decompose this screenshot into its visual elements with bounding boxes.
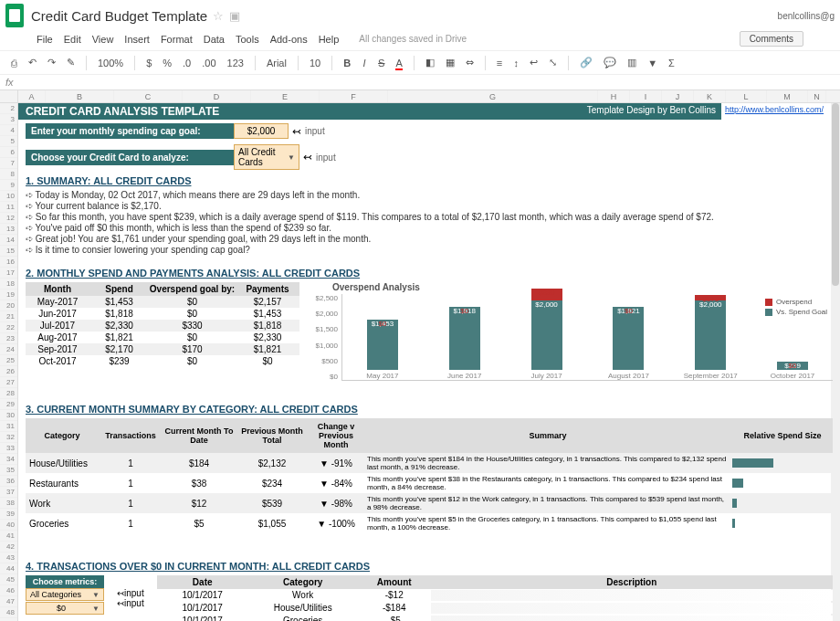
- link-icon[interactable]: 🔗: [576, 55, 596, 70]
- row-header[interactable]: 11: [0, 202, 17, 213]
- menu-tools[interactable]: Tools: [236, 34, 259, 45]
- row-header[interactable]: 6: [0, 147, 17, 158]
- user-email[interactable]: benlcollins@g: [778, 11, 835, 21]
- row-header[interactable]: 43: [0, 553, 17, 563]
- column-header[interactable]: K: [694, 90, 726, 102]
- row-header[interactable]: 5: [0, 136, 17, 147]
- rotate-icon[interactable]: ⤡: [545, 55, 561, 70]
- halign-icon[interactable]: ≡: [493, 56, 506, 70]
- undo-icon[interactable]: ↶: [25, 55, 40, 70]
- row-header[interactable]: 36: [0, 476, 17, 487]
- column-header[interactable]: B: [46, 90, 114, 102]
- row-header[interactable]: 24: [0, 344, 17, 355]
- menu-addons[interactable]: Add-ons: [270, 34, 308, 45]
- percent-button[interactable]: %: [159, 56, 175, 70]
- column-header[interactable]: F: [320, 90, 388, 102]
- print-icon[interactable]: ⎙: [7, 56, 21, 70]
- menu-view[interactable]: View: [92, 34, 114, 45]
- row-header[interactable]: 44: [0, 563, 17, 574]
- currency-button[interactable]: $: [142, 56, 155, 70]
- row-header[interactable]: 37: [0, 487, 17, 498]
- column-header[interactable]: H: [598, 90, 630, 102]
- font-select[interactable]: Arial: [263, 56, 290, 70]
- column-header[interactable]: G: [388, 90, 598, 102]
- row-header[interactable]: 30: [0, 410, 17, 421]
- sheets-logo-icon[interactable]: [5, 4, 24, 27]
- row-header[interactable]: 42: [0, 542, 17, 553]
- valign-icon[interactable]: ↕: [509, 56, 522, 70]
- row-header[interactable]: 46: [0, 585, 17, 596]
- row-header[interactable]: 48: [0, 607, 17, 618]
- chart-icon[interactable]: ▥: [624, 55, 640, 70]
- filter-icon[interactable]: ▼: [644, 56, 661, 70]
- functions-icon[interactable]: Σ: [665, 56, 678, 70]
- row-header[interactable]: 29: [0, 399, 17, 410]
- author-link[interactable]: http://www.benlcollins.com/: [721, 103, 840, 120]
- column-header[interactable]: I: [630, 90, 662, 102]
- column-header[interactable]: D: [183, 90, 251, 102]
- document-title[interactable]: Credit Card Budget Template: [31, 8, 207, 24]
- row-header[interactable]: 33: [0, 443, 17, 454]
- menu-edit[interactable]: Edit: [64, 34, 81, 45]
- row-header[interactable]: 12: [0, 213, 17, 224]
- row-header[interactable]: 2: [0, 103, 17, 114]
- row-header[interactable]: 20: [0, 300, 17, 311]
- paint-format-icon[interactable]: ✎: [63, 55, 79, 70]
- spending-cap-input[interactable]: $2,000: [234, 123, 289, 139]
- row-header[interactable]: 19: [0, 289, 17, 300]
- text-color-button[interactable]: A: [392, 56, 405, 70]
- row-header[interactable]: 18: [0, 279, 17, 289]
- font-size-select[interactable]: 10: [306, 56, 324, 70]
- row-header[interactable]: 22: [0, 322, 17, 333]
- row-header[interactable]: 17: [0, 268, 17, 279]
- row-header[interactable]: 8: [0, 169, 17, 180]
- column-header[interactable]: A: [18, 90, 46, 102]
- column-header[interactable]: J: [662, 90, 694, 102]
- number-format-button[interactable]: 123: [224, 56, 247, 70]
- row-header[interactable]: 4: [0, 125, 17, 136]
- row-header[interactable]: 25: [0, 355, 17, 366]
- column-header[interactable]: M: [767, 90, 808, 102]
- row-header[interactable]: 7: [0, 158, 17, 169]
- row-header[interactable]: 26: [0, 366, 17, 377]
- metric-category-select[interactable]: All Categories▼: [26, 588, 104, 601]
- row-header[interactable]: 28: [0, 388, 17, 399]
- merge-icon[interactable]: ⇔: [462, 55, 478, 70]
- row-header[interactable]: 47: [0, 596, 17, 607]
- bold-button[interactable]: B: [340, 56, 354, 70]
- increase-decimal-button[interactable]: .00: [198, 56, 219, 70]
- card-select-input[interactable]: All Credit Cards ▼: [234, 144, 299, 170]
- comment-icon[interactable]: 💬: [600, 55, 620, 70]
- row-header[interactable]: 9: [0, 180, 17, 191]
- row-header[interactable]: 41: [0, 531, 17, 542]
- menu-help[interactable]: Help: [319, 34, 340, 45]
- row-header[interactable]: 35: [0, 465, 17, 476]
- row-header[interactable]: 34: [0, 454, 17, 465]
- row-header[interactable]: 23: [0, 333, 17, 344]
- row-header[interactable]: 16: [0, 257, 17, 268]
- row-header[interactable]: 14: [0, 235, 17, 246]
- zoom-select[interactable]: 100%: [94, 56, 127, 70]
- row-header[interactable]: 21: [0, 311, 17, 322]
- column-header[interactable]: E: [251, 90, 320, 102]
- menu-data[interactable]: Data: [204, 34, 225, 45]
- menu-insert[interactable]: Insert: [124, 34, 150, 45]
- row-header[interactable]: 13: [0, 224, 17, 235]
- row-header[interactable]: 45: [0, 574, 17, 585]
- decrease-decimal-button[interactable]: .0: [179, 56, 194, 70]
- star-icon[interactable]: ☆: [213, 9, 224, 23]
- menu-format[interactable]: Format: [161, 34, 193, 45]
- row-header[interactable]: 27: [0, 377, 17, 388]
- row-header[interactable]: 3: [0, 114, 17, 125]
- row-header[interactable]: 32: [0, 432, 17, 443]
- row-header[interactable]: 38: [0, 498, 17, 509]
- column-header[interactable]: C: [114, 90, 183, 102]
- comments-button[interactable]: Comments: [740, 31, 803, 47]
- metric-amount-select[interactable]: $0▼: [26, 602, 104, 615]
- formula-bar[interactable]: fx: [0, 74, 840, 89]
- folder-icon[interactable]: ▣: [229, 9, 240, 23]
- wrap-icon[interactable]: ↩: [526, 55, 541, 70]
- redo-icon[interactable]: ↷: [44, 55, 59, 70]
- fill-color-icon[interactable]: ◧: [422, 55, 438, 70]
- italic-button[interactable]: I: [358, 56, 371, 70]
